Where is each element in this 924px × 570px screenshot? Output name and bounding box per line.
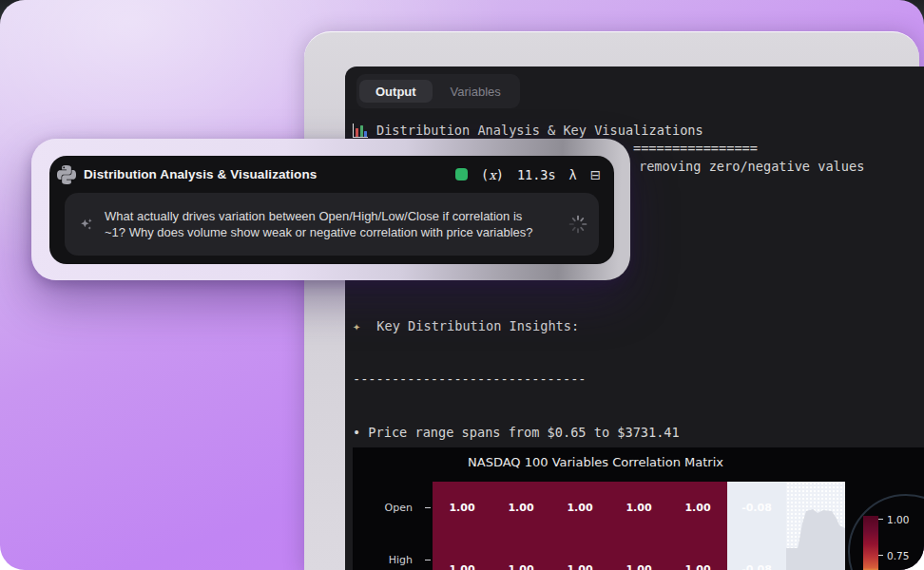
row-tick: [425, 507, 431, 508]
timer-value: 11.3s: [517, 167, 556, 182]
density-silhouette: [786, 482, 845, 570]
card-title: Distribution Analysis & Visualizations: [84, 167, 317, 181]
lambda-icon: λ: [569, 167, 577, 182]
heatmap-cell: 1.00: [668, 534, 727, 570]
heatmap: 1.00 1.00 1.00 1.00 1.00 -0.08 1.00 1.00…: [433, 482, 845, 570]
terminal-partial-line: removing zero/negative values: [639, 158, 864, 176]
tab-output[interactable]: Output: [359, 80, 433, 103]
terminal-heading: Distribution Analysis & Key Visualizatio…: [376, 122, 703, 140]
heatmap-cell: 1.00: [609, 534, 668, 570]
heatmap-cell: 1.00: [491, 482, 550, 534]
row-tick: [425, 560, 431, 560]
ai-sparkle-icon: [77, 215, 96, 234]
sparkle-icon: ✦: [353, 317, 360, 335]
terminal-heading-line: Distribution Analysis & Key Visualizatio…: [353, 122, 703, 140]
heatmap-cell: 1.00: [433, 534, 491, 570]
insights-underline: ------------------------------: [353, 370, 890, 389]
density-column: [786, 482, 845, 570]
heatmap-cell: 1.00: [550, 534, 609, 570]
heatmap-cell: -0.08: [727, 482, 786, 534]
heatmap-cell: 1.00: [668, 482, 727, 534]
python-icon: [57, 165, 76, 184]
row-label-open: Open: [385, 502, 413, 514]
heatmap-cell: 1.00: [433, 482, 491, 534]
chart-title: NASDAQ 100 Variables Correlation Matrix: [353, 455, 838, 469]
prompt-text: What actually drives variation between O…: [105, 208, 549, 241]
card-header: Distribution Analysis & Visualizations (…: [49, 156, 614, 193]
card-header-controls: (x) 11.3s λ ⊟: [455, 156, 601, 193]
heatmap-cell: -0.08: [727, 534, 786, 570]
heatmap-cell: 1.00: [491, 534, 550, 570]
heatmap-cell: 1.00: [550, 482, 609, 534]
tab-bar: Output Variables: [356, 74, 520, 108]
row-label-high: High: [389, 554, 413, 566]
insight-line: • Price range spans from $0.65 to $3731.…: [353, 424, 890, 442]
insights-header-line: ✦ Key Distribution Insights:: [353, 317, 890, 335]
heatmap-cell: 1.00: [609, 482, 668, 534]
tab-variables[interactable]: Variables: [434, 80, 517, 103]
correlation-matrix-chart: NASDAQ 100 Variables Correlation Matrix …: [353, 447, 924, 570]
mean-variable-icon: (x): [481, 167, 504, 182]
screenshot-canvas: Output Variables Distribution Analysis &…: [0, 0, 924, 570]
prompt-box[interactable]: What actually drives variation between O…: [65, 193, 599, 256]
insights-header: Key Distribution Insights:: [369, 317, 579, 335]
status-indicator: [455, 168, 468, 180]
minimize-icon[interactable]: ⊟: [590, 167, 601, 182]
terminal-separator: ================: [633, 140, 758, 158]
bar-chart-icon: [353, 124, 368, 138]
loading-spinner: [567, 213, 589, 236]
